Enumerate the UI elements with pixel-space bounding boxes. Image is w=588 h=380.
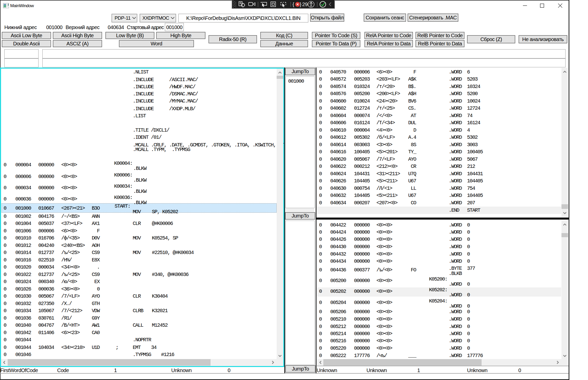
svg-text:}: } — [300, 1, 301, 7]
svg-text:29: 29 — [302, 2, 308, 7]
svg-text:{: { — [292, 1, 294, 7]
